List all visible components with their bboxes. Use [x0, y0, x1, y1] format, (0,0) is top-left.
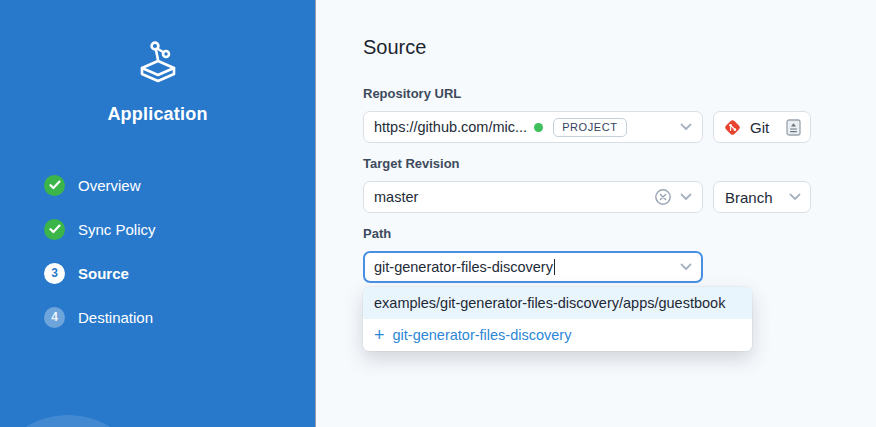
sidebar-step-destination[interactable]: 4 Destination [44, 304, 295, 330]
sidebar-step-sync-policy[interactable]: Sync Policy [44, 216, 295, 242]
plus-icon: + [374, 326, 385, 344]
git-icon [723, 118, 742, 137]
step-label: Source [78, 265, 129, 282]
project-badge: PROJECT [553, 118, 627, 137]
wizard-sidebar: Application Overview Sync Policy 3 Sourc… [0, 0, 316, 427]
path-autocomplete-dropdown: examples/git-generator-files-discovery/a… [363, 287, 752, 351]
source-step-panel: Source Repository URL https://github.com… [316, 0, 876, 427]
repository-url-combobox[interactable]: https://github.com/mic... PROJECT [363, 111, 703, 143]
step-label: Sync Policy [78, 221, 156, 238]
create-application-wizard: Application Overview Sync Policy 3 Sourc… [0, 0, 876, 427]
check-icon [44, 219, 65, 240]
application-box-branch-icon [0, 36, 315, 90]
page-title: Source [363, 36, 426, 59]
chevron-down-icon[interactable] [680, 123, 692, 131]
sidebar-step-source[interactable]: 3 Source [44, 260, 295, 286]
step-label: Destination [78, 309, 153, 326]
path-suggestion-item[interactable]: examples/git-generator-files-discovery/a… [363, 287, 752, 319]
repository-url-label: Repository URL [363, 86, 461, 101]
repo-type-selector[interactable]: Git [713, 111, 811, 143]
wizard-title: Application [0, 104, 315, 125]
target-revision-value: master [374, 189, 418, 205]
target-revision-combobox[interactable]: master [363, 181, 703, 213]
sidebar-step-overview[interactable]: Overview [44, 172, 295, 198]
wizard-steps: Overview Sync Policy 3 Source 4 Destinat… [44, 172, 295, 348]
path-value: git-generator-files-discovery [374, 259, 553, 275]
step-number-badge: 3 [44, 263, 65, 284]
path-label: Path [363, 226, 391, 241]
chevron-down-icon[interactable] [680, 263, 692, 271]
check-icon [44, 175, 65, 196]
repository-url-value: https://github.com/mic... [374, 119, 527, 135]
connection-ok-dot [534, 123, 543, 132]
path-create-option[interactable]: + git-generator-files-discovery [363, 319, 752, 351]
revision-type-label: Branch [725, 189, 773, 206]
target-revision-label: Target Revision [363, 156, 460, 171]
repo-type-label: Git [750, 119, 769, 136]
path-create-label: git-generator-files-discovery [393, 327, 572, 343]
chevron-down-icon[interactable] [680, 193, 692, 201]
decorative-circle [0, 415, 148, 427]
toggle-input-mode-icon[interactable] [786, 119, 801, 136]
text-cursor [554, 259, 556, 275]
step-number-badge: 4 [44, 307, 65, 328]
step-label: Overview [78, 177, 141, 194]
chevron-down-icon[interactable] [789, 193, 801, 201]
path-combobox[interactable]: git-generator-files-discovery [363, 251, 703, 283]
clear-circle-x-icon[interactable] [654, 188, 672, 206]
revision-type-selector[interactable]: Branch [713, 181, 811, 213]
